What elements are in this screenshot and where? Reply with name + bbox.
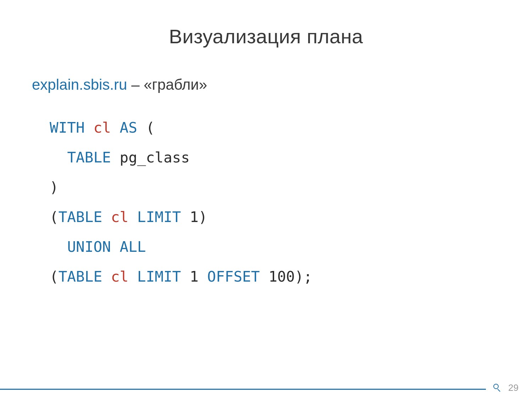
site-link[interactable]: explain.sbis.ru [32, 76, 127, 93]
kw-limit: LIMIT [137, 209, 181, 226]
paren-open: ( [137, 119, 155, 136]
kw-limit-2: LIMIT [137, 268, 181, 285]
paren-open-3: ( [50, 268, 59, 285]
code-block: WITH cl AS ( TABLE pg_class ) (TABLE cl … [50, 113, 500, 292]
kw-as: AS [120, 119, 137, 136]
subtitle-desc: «грабли» [144, 76, 207, 93]
slide: Визуализация плана explain.sbis.ru – «гр… [0, 0, 532, 399]
subtitle-dash: – [127, 76, 144, 93]
page-number: 29 [508, 382, 519, 393]
paren-close: ) [50, 179, 59, 196]
footer-divider [0, 389, 486, 390]
mid-1: 1 [181, 268, 207, 285]
cte-name: cl [93, 119, 111, 136]
cte-name-2: cl [111, 209, 128, 226]
footer-right: 29 [493, 382, 519, 393]
tail-100: 100); [260, 268, 312, 285]
slide-subtitle: explain.sbis.ru – «грабли» [32, 76, 500, 93]
kw-table-3: TABLE [59, 268, 102, 285]
paren-open-2: ( [50, 209, 59, 226]
slide-title: Визуализация плана [32, 25, 500, 48]
kw-with: WITH [50, 119, 85, 136]
cte-name-3: cl [111, 268, 128, 285]
kw-offset: OFFSET [207, 268, 260, 285]
search-icon [493, 384, 502, 392]
limit-1: 1) [181, 209, 207, 226]
kw-union-all: UNION ALL [67, 238, 146, 255]
kw-table-2: TABLE [59, 209, 102, 226]
kw-table: TABLE [67, 149, 111, 166]
ident-pgclass: pg_class [111, 149, 190, 166]
